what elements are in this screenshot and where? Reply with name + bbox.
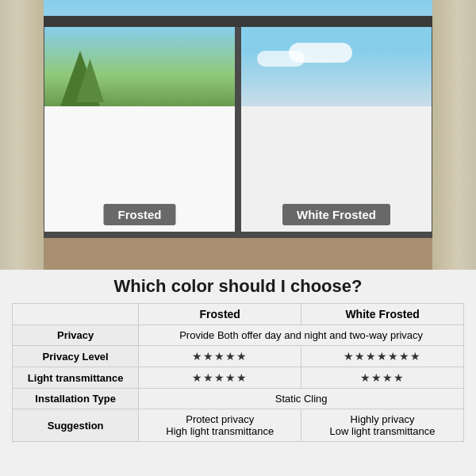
- panel-left-top: [44, 27, 235, 106]
- curtain-left: [0, 0, 44, 270]
- comparison-table: Frosted White Frosted Privacy Provide Bo…: [12, 303, 464, 442]
- feature-light: Light transmittance: [13, 367, 139, 389]
- table-row-suggestion: Suggestion Protect privacyHigh light tra…: [13, 409, 464, 442]
- product-image-section: Frosted White Frosted: [0, 0, 476, 270]
- header-feature: [13, 304, 139, 325]
- curtain-right: [432, 0, 476, 270]
- frosted-label: Frosted: [103, 204, 175, 225]
- comparison-title: Which color should I choose?: [12, 276, 464, 297]
- comparison-section: Which color should I choose? Frosted Whi…: [0, 270, 476, 476]
- panel-right-top: [241, 27, 432, 106]
- table-header-row: Frosted White Frosted: [13, 304, 464, 325]
- table-row-installation: Installation Type Static Cling: [13, 389, 464, 409]
- privacy-level-frosted: ★★★★★: [139, 346, 301, 367]
- window-frame: Frosted White Frosted: [38, 16, 438, 238]
- table-row-light: Light transmittance ★★★★★ ★★★★: [13, 367, 464, 389]
- feature-suggestion: Suggestion: [13, 409, 139, 442]
- header-frosted: Frosted: [139, 304, 301, 325]
- light-white-frosted: ★★★★: [301, 367, 464, 389]
- header-white-frosted: White Frosted: [301, 304, 464, 325]
- table-row-privacy: Privacy Provide Both offer day and night…: [13, 325, 464, 346]
- white-frosted-label: White Frosted: [282, 204, 390, 225]
- floor-background: [0, 238, 476, 270]
- feature-installation: Installation Type: [13, 389, 139, 409]
- window-panels-row: Frosted White Frosted: [38, 27, 438, 238]
- feature-privacy: Privacy: [13, 325, 139, 346]
- window-panel-frosted: Frosted: [44, 27, 235, 232]
- light-frosted: ★★★★★: [139, 367, 301, 389]
- window-panel-white-frosted: White Frosted: [241, 27, 432, 232]
- window-top-bar: [38, 16, 438, 27]
- table-row-privacy-level: Privacy Level ★★★★★ ★★★★★★★: [13, 346, 464, 367]
- page-container: Frosted White Frosted Which color should…: [0, 0, 476, 476]
- privacy-level-white-frosted: ★★★★★★★: [301, 346, 464, 367]
- suggestion-white-frosted: Highly privacyLow light transmittance: [301, 409, 464, 442]
- feature-privacy-level: Privacy Level: [13, 346, 139, 367]
- installation-value: Static Cling: [139, 389, 464, 409]
- cloud-shape-2: [289, 43, 352, 63]
- suggestion-frosted: Protect privacyHigh light transmittance: [139, 409, 301, 442]
- privacy-value: Provide Both offer day and night and two…: [139, 325, 464, 346]
